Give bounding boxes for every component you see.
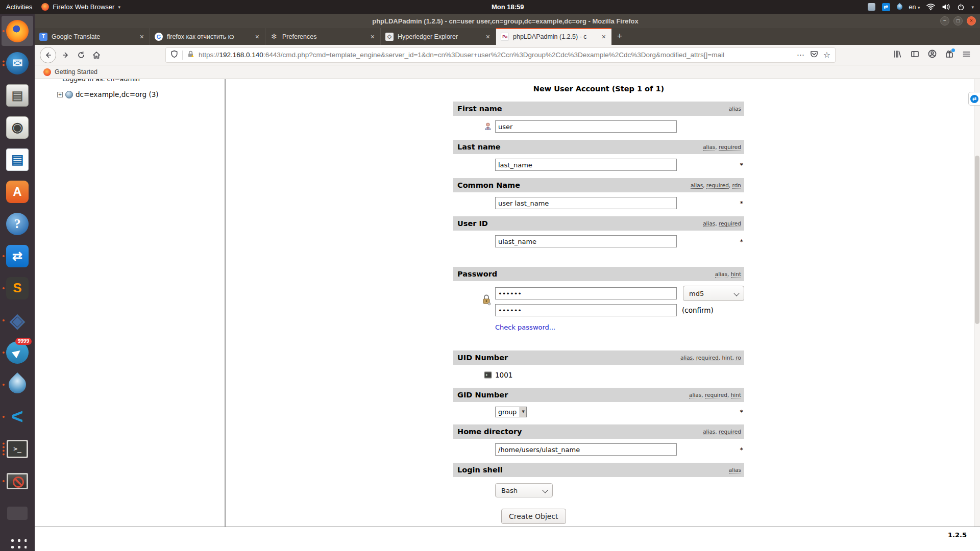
firefox-window: phpLDAPadmin (1.2.5) - cn=user user,cn=g… [35,14,980,551]
forward-button[interactable] [58,47,74,63]
app-menu[interactable]: Firefox Web Browser ▾ [41,3,120,11]
dock-item-rhythmbox[interactable]: ◉ [2,112,33,142]
dock-item-vscode[interactable]: < [2,402,33,432]
dock-item-thunderbird[interactable]: ✉ [2,48,33,78]
tree-item-label[interactable]: dc=example,dc=org (3) [76,90,159,98]
chevron-down-icon[interactable]: ▾ [971,5,974,10]
activities-button[interactable]: Activities [6,3,32,11]
attr-link-alias[interactable]: alias [729,106,741,112]
deluge-tray-icon[interactable] [897,4,902,10]
password-input[interactable] [495,287,677,299]
scrollbar-track[interactable] [974,79,980,527]
password-confirm-input[interactable] [495,304,677,316]
tab-close-icon[interactable]: × [370,33,376,41]
scrollbar-thumb[interactable] [975,156,979,324]
ghost-app-icon [7,507,28,520]
dock-item-show-applications[interactable] [2,530,33,551]
sidebar-toggle-icon[interactable] [911,50,919,60]
attr-link-alias[interactable]: alias [703,429,715,435]
dock-item-teamviewer[interactable]: ⇄ [2,241,33,271]
power-icon[interactable] [957,3,965,11]
whats-new-gift-icon[interactable] [945,50,953,60]
keyboard-layout-indicator[interactable]: en ▾ [909,4,920,11]
attr-link-hint[interactable]: hint [731,392,741,398]
maximize-button[interactable]: □ [953,16,963,26]
attr-link-required[interactable]: required [696,355,719,361]
last-name-input[interactable] [495,159,677,171]
tab-5[interactable]: phpLDAPadmin (1.2.5) - c× [496,28,611,45]
gid-select[interactable]: group▼ [495,407,527,417]
bookmark-star-icon[interactable]: ☆ [823,50,830,60]
attr-link-required[interactable]: required [719,220,741,227]
attr-link-alias[interactable]: alias [691,182,703,189]
wifi-icon[interactable] [926,3,935,11]
field-uid-number: UID Number alias, required, hint, ro 100… [453,350,744,381]
dock-item-help[interactable]: ? [2,209,33,239]
tab-close-icon[interactable]: × [254,33,260,41]
window-titlebar[interactable]: phpLDAPadmin (1.2.5) - cn=user user,cn=g… [35,14,980,28]
dock-item-firefox[interactable] [2,16,33,46]
tab-3[interactable]: Preferences× [265,28,381,45]
first-name-input[interactable] [495,120,677,133]
url-bar[interactable]: https://192.168.0.140:6443/cmd.php?cmd=t… [165,47,836,63]
dock-item-deluge[interactable] [2,369,33,399]
login-shell-select[interactable]: Bash [495,483,553,497]
attr-link-required[interactable]: required [719,144,741,151]
tracking-protection-shield-icon[interactable] [170,50,178,60]
create-object-button[interactable]: Create Object [501,509,566,524]
password-hash-select[interactable]: md5 [683,286,744,301]
attr-link-ro[interactable]: ro [736,355,741,361]
check-password-link[interactable]: Check password... [495,323,555,331]
dock-item-sublime-text[interactable]: S [2,273,33,303]
pocket-icon[interactable] [810,50,818,60]
dock-item-file-cabinet[interactable]: ▤ [2,80,33,110]
attr-link-alias[interactable]: alias [703,220,715,227]
attr-link-alias[interactable]: alias [729,467,741,473]
dock-item-virtualbox[interactable]: ◈ [2,305,33,335]
clock[interactable]: Mon 18:59 [492,3,524,11]
tree-expander-icon[interactable]: + [57,92,63,97]
tab-close-icon[interactable]: × [139,33,145,41]
hamburger-menu-icon[interactable] [962,50,971,60]
tab-close-icon[interactable]: × [601,33,607,41]
dock-item-blocked-app[interactable] [2,466,33,496]
close-button[interactable]: × [967,16,976,26]
attr-link-required[interactable]: required [719,429,741,435]
attr-link-alias[interactable]: alias [715,271,727,278]
common-name-input[interactable] [495,197,677,209]
reload-button[interactable] [74,47,89,63]
tray-indicator-icon[interactable] [868,3,875,11]
new-tab-button[interactable]: + [611,28,628,45]
attr-link-rdn[interactable]: rdn [732,182,741,189]
library-icon[interactable] [893,50,902,60]
connection-lock-icon[interactable] [187,50,194,60]
volume-icon[interactable] [942,3,950,11]
attr-link-hint[interactable]: hint [731,271,741,278]
teamviewer-edge-button[interactable]: ⇄ [968,92,980,106]
home-directory-input[interactable] [495,443,677,456]
tab-close-icon[interactable]: × [485,33,491,41]
user-id-input[interactable] [495,235,677,247]
tab-1[interactable]: Google Translate× [35,28,150,45]
dock-item-telegram[interactable]: ▶9999 [2,337,33,367]
minimize-button[interactable]: − [940,16,949,26]
attr-link-alias[interactable]: alias [680,355,693,361]
dock-item-ubuntu-software[interactable]: A [2,177,33,207]
attr-link-hint[interactable]: hint [722,355,732,361]
attr-link-required[interactable]: required [706,182,729,189]
tree-item-dc-example[interactable]: + dc=example,dc=org (3) [57,90,225,98]
attr-link-required[interactable]: required [705,392,727,398]
home-button[interactable] [89,47,104,63]
dock-item-terminal[interactable]: >_ [2,434,33,464]
bookmark-getting-started[interactable]: Getting Started [55,68,97,76]
attr-link-alias[interactable]: alias [703,144,715,151]
dock-item-libreoffice-writer[interactable]: ▤ [2,144,33,174]
dock-item-ghost-app[interactable] [2,498,33,528]
attr-link-alias[interactable]: alias [689,392,701,398]
page-actions-icon[interactable]: ⋯ [797,51,805,60]
back-button[interactable] [40,47,56,63]
teamviewer-tray-icon[interactable]: ⇄ [882,3,890,11]
tab-4[interactable]: Hyperledger Explorer× [381,28,496,45]
account-icon[interactable] [928,49,937,60]
tab-2[interactable]: firefox как отчистить кэ× [150,28,265,45]
